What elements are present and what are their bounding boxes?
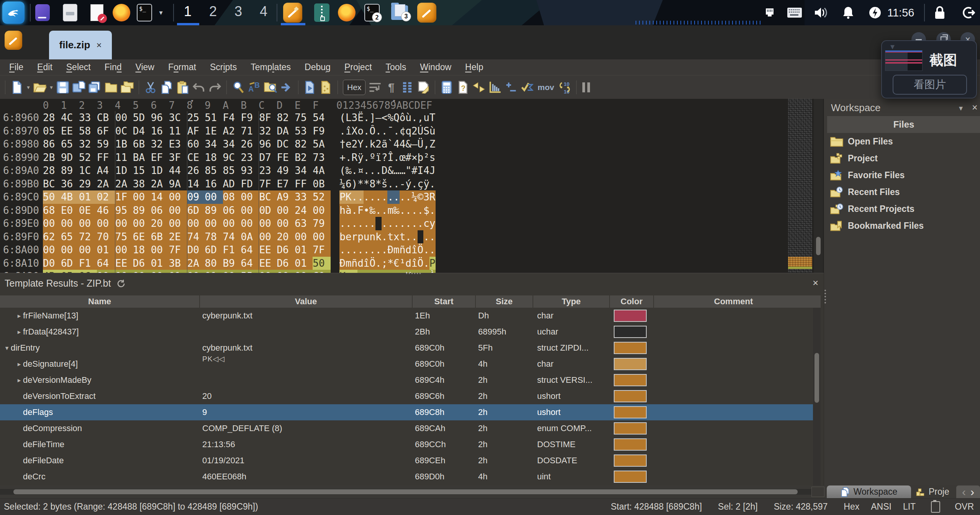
hex-editor[interactable]: 0123456789ABCDEF0123456789ABCDEF ▾ ▾ 6:8…	[0, 99, 824, 273]
workspace-close-icon[interactable]: ×	[972, 102, 978, 113]
taskbar-app-firefox[interactable]	[337, 3, 356, 22]
run-script-button[interactable]	[302, 79, 318, 96]
launcher-firefox-icon[interactable]	[112, 3, 131, 22]
launcher-terminal-icon[interactable]: $_	[135, 3, 154, 22]
horizontal-scrollbar[interactable]	[0, 489, 814, 495]
workspace-number-3[interactable]: 3	[228, 0, 249, 23]
menu-select[interactable]: Select	[59, 62, 98, 72]
hex-row-6:89E0[interactable]: 6:89E000000000000020000000000000006379..…	[0, 217, 824, 230]
workspace-item-bookmarked-files[interactable]: Bookmarked Files	[824, 217, 980, 234]
run-template-button[interactable]	[318, 79, 334, 96]
tree-collapsed-icon[interactable]: ▸	[15, 376, 23, 384]
workspace-section-files[interactable]: Files	[827, 116, 980, 133]
menu-debug[interactable]: Debug	[298, 62, 338, 72]
template-row-deCompression[interactable]: deCompressionCOMP_DEFLATE (8)689CAh2henu…	[0, 420, 813, 436]
folder-button[interactable]	[103, 79, 119, 96]
column-header-start[interactable]: Start	[412, 295, 475, 308]
copy-button[interactable]	[159, 79, 175, 96]
file-properties-button[interactable]: ?	[455, 79, 471, 96]
hex-scrollbar-thumb[interactable]	[816, 237, 821, 255]
status-endianness[interactable]: LIT	[903, 502, 916, 512]
hex-view-toggle-button[interactable]: Hex	[343, 80, 365, 95]
menu-window[interactable]: Window	[413, 62, 458, 72]
column-mode-button[interactable]	[399, 79, 415, 96]
hex-row-6:89D0[interactable]: 6:89D068E00E46958906006D8906000D002400hà…	[0, 204, 824, 217]
hex-row-6:8960[interactable]: 6:8960284C33CB005D963C2551F4F98F827554(L…	[0, 111, 824, 125]
clock[interactable]: 11:56	[887, 0, 914, 25]
redo-button[interactable]	[207, 79, 223, 96]
view-image-button[interactable]: 看图片	[893, 75, 967, 95]
save-button[interactable]	[55, 79, 71, 96]
undo-button[interactable]	[191, 79, 207, 96]
save-all-button[interactable]	[87, 79, 103, 96]
panel-resize-handle[interactable]	[405, 272, 422, 275]
show-whitespace-button[interactable]: ¶	[383, 79, 399, 96]
app-menu-kali-logo[interactable]	[2, 2, 25, 24]
menu-templates[interactable]: Templates	[244, 62, 298, 72]
template-row-deVersionToExtract[interactable]: deVersionToExtract20689C6h2hushort	[0, 388, 813, 404]
clipboard-icon[interactable]	[931, 501, 940, 513]
column-header-comment[interactable]: Comment	[653, 295, 813, 308]
template-row-deSignature[4][interactable]: ▸deSignature[4]689C0h4hchar	[0, 356, 813, 372]
bottom-tab-workspace[interactable]: Workspace	[827, 485, 911, 498]
column-header-name[interactable]: Name	[0, 295, 199, 308]
tab-close-icon[interactable]: ×	[96, 40, 102, 51]
find-button[interactable]	[230, 79, 246, 96]
status-overwrite-mode[interactable]: OVR	[955, 502, 974, 512]
menu-tools[interactable]: Tools	[379, 62, 413, 72]
disassembly-mov-button[interactable]: mov	[538, 83, 554, 92]
menu-edit[interactable]: Edit	[30, 62, 59, 72]
column-header-type[interactable]: Type	[533, 295, 609, 308]
menu-project[interactable]: Project	[338, 62, 379, 72]
operations-button[interactable]	[503, 79, 519, 96]
new-file-dropdown-chevron-icon[interactable]: ▾	[25, 79, 32, 96]
terminal-dropdown-chevron-icon[interactable]: ▾	[156, 3, 166, 22]
launcher-document-icon[interactable]	[87, 3, 107, 22]
logout-icon[interactable]	[959, 3, 978, 22]
tab-scroll-next-icon[interactable]: ›	[970, 485, 974, 499]
tree-expanded-icon[interactable]: ▾	[3, 344, 11, 352]
pause-button[interactable]	[582, 82, 590, 92]
table-vertical-scrollbar[interactable]	[813, 308, 821, 486]
hex-row-6:89A0[interactable]: 6:89A028891CA41D151D44268585932349344A(‰…	[0, 164, 824, 177]
goto-button[interactable]	[279, 79, 295, 96]
screenshot-thumbnail[interactable]	[885, 50, 923, 71]
menu-view[interactable]: View	[129, 62, 161, 72]
hex-rows[interactable]: 6:8960284C33CB005D963C2551F4F98F827554(L…	[0, 111, 824, 273]
template-row-deVersionMadeBy[interactable]: ▸deVersionMadeBy689C4h2hstruct VERSI...	[0, 372, 813, 388]
screenshot-toast[interactable]: ▾ 截图 看图片	[881, 40, 977, 98]
template-row-deFlags[interactable]: deFlags9689C8h2hushort	[0, 404, 813, 420]
edit-as-button[interactable]	[415, 79, 431, 96]
menu-help[interactable]: Help	[458, 62, 490, 72]
taskbar-app-file-manager[interactable]: 3	[390, 3, 409, 22]
endian-swap-button[interactable]	[471, 79, 487, 96]
hex-row-6:8980[interactable]: 6:8980866532591B6B32E36034342696DC825A†e…	[0, 138, 824, 151]
hex-row-6:89C0[interactable]: 6:89C0504B01021F00140009000800BCA93352PK…	[0, 190, 824, 204]
replace-button[interactable]: AB	[246, 79, 262, 96]
hex-row-6:8990[interactable]: 6:89902B9D52FF11BAEF3FCE189C23D7FEB273+.…	[0, 151, 824, 164]
workspace-item-project[interactable]: Project	[824, 150, 980, 167]
tab-file-zip[interactable]: file.zip ×	[49, 31, 112, 59]
column-header-color[interactable]: Color	[609, 295, 653, 308]
save-as-button[interactable]	[71, 79, 87, 96]
notifications-bell-icon[interactable]	[840, 3, 857, 22]
workspace-item-recent-files[interactable]: Recent Files	[824, 184, 980, 200]
table-scrollbar-thumb[interactable]	[814, 353, 819, 403]
hex-row-6:89B0[interactable]: 6:89B0BC36292A2A382A9A1416ADFD7FE7FF0B¼6…	[0, 177, 824, 191]
launcher-app-purple[interactable]	[33, 3, 52, 22]
taskbar-app-010editor-2[interactable]	[416, 3, 438, 22]
template-row-frFileName[13][interactable]: ▸frFileName[13]cyberpunk.txt1EhDhchar	[0, 308, 813, 324]
refresh-icon[interactable]	[116, 279, 125, 288]
tab-scroll-prev-icon[interactable]: ‹	[962, 485, 966, 499]
template-row-dirEntry[interactable]: ▾dirEntrycyberpunk.txtPK◁◁689C0h5Fhstruc…	[0, 340, 813, 356]
menu-format[interactable]: Format	[161, 62, 203, 72]
find-in-files-button[interactable]	[262, 79, 279, 96]
menu-file[interactable]: File	[2, 62, 30, 72]
launcher-file-cabinet-icon[interactable]	[61, 3, 80, 22]
template-row-deCrc[interactable]: deCrc460EE068h689D0h4huint	[0, 469, 813, 485]
taskbar-app-010editor[interactable]	[282, 3, 304, 22]
workspace-dropdown-chevron-icon[interactable]: ▾	[959, 103, 963, 113]
tree-collapsed-icon[interactable]: ▸	[15, 312, 23, 320]
template-row-deFileDate[interactable]: deFileDate01/19/2021689CEh2hDOSDATE	[0, 453, 813, 469]
taskbar-app-archive-tool[interactable]	[312, 3, 331, 22]
